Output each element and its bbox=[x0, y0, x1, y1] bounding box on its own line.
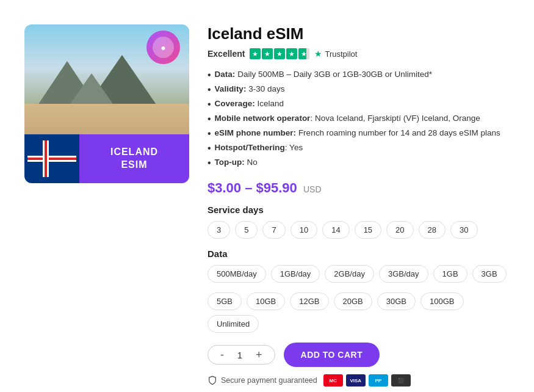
data-12gb[interactable]: 12GB bbox=[290, 292, 328, 310]
data-5gb[interactable]: 5GB bbox=[207, 292, 242, 310]
day-option-15[interactable]: 15 bbox=[355, 221, 381, 239]
data-3gb-day[interactable]: 3GB/day bbox=[379, 265, 428, 283]
day-option-3[interactable]: 3 bbox=[207, 221, 230, 239]
price-currency: USD bbox=[303, 184, 322, 194]
secure-payment: Secure payment guaranteed MC VISA PP ⬛ bbox=[207, 374, 510, 387]
feature-coverage: Coverage: Iceland bbox=[207, 97, 510, 112]
trustpilot-label: Trustpilot bbox=[325, 49, 357, 59]
flag-section bbox=[24, 134, 79, 183]
data-options: 500MB/day 1GB/day 2GB/day 3GB/day 1GB 3G… bbox=[207, 265, 510, 283]
shield-icon bbox=[207, 376, 217, 385]
price-value: $3.00 – $95.90 bbox=[207, 180, 297, 195]
data-options-row2: 5GB 10GB 12GB 20GB 30GB 100GB Unlimited bbox=[207, 292, 510, 333]
trustpilot-logo: ★ Trustpilot bbox=[314, 49, 357, 59]
secure-label: Secure payment guaranteed bbox=[221, 376, 317, 385]
quantity-value: 1 bbox=[234, 350, 246, 360]
day-option-28[interactable]: 28 bbox=[419, 221, 446, 239]
data-20gb[interactable]: 20GB bbox=[334, 292, 372, 310]
feature-phone: eSIM phone number: French roaming number… bbox=[207, 126, 510, 141]
product-info: Iceland eSIM Excellent ★ ★ ★ ★ ★ ★ Trust… bbox=[207, 24, 510, 387]
data-3gb[interactable]: 3GB bbox=[472, 265, 507, 283]
feature-validity: Validity: 3-30 days bbox=[207, 82, 510, 97]
data-500mb-day[interactable]: 500MB/day bbox=[207, 265, 266, 283]
star-3: ★ bbox=[274, 48, 285, 59]
day-option-30[interactable]: 30 bbox=[450, 221, 477, 239]
rating-text: Excellent bbox=[207, 49, 245, 59]
product-title: Iceland eSIM bbox=[207, 24, 510, 43]
star-rating: ★ ★ ★ ★ ★ bbox=[250, 48, 309, 59]
data-unlimited[interactable]: Unlimited bbox=[207, 315, 259, 333]
quantity-control: - 1 + bbox=[207, 345, 275, 365]
iceland-flag bbox=[27, 140, 76, 177]
data-1gb-day[interactable]: 1GB/day bbox=[271, 265, 320, 283]
esim-image-label: ICELAND ESIM bbox=[79, 134, 189, 183]
city-silhouette bbox=[24, 104, 189, 134]
trustpilot-star: ★ bbox=[314, 49, 322, 59]
visa-icon: VISA bbox=[346, 374, 366, 387]
flag-cross-vertical bbox=[43, 140, 49, 177]
product-container: ● ICELAND ESIM Iceland eSIM Excellent ★ … bbox=[12, 12, 522, 392]
product-landscape: ● bbox=[24, 24, 189, 134]
data-100gb[interactable]: 100GB bbox=[420, 292, 463, 310]
day-option-5[interactable]: 5 bbox=[235, 221, 258, 239]
star-1: ★ bbox=[250, 48, 261, 59]
data-30gb[interactable]: 30GB bbox=[377, 292, 416, 310]
flag-cross-horizontal bbox=[27, 156, 76, 162]
day-option-14[interactable]: 14 bbox=[322, 221, 349, 239]
price-range: $3.00 – $95.90 USD bbox=[207, 180, 510, 196]
image-bottom: ICELAND ESIM bbox=[24, 134, 189, 183]
day-option-20[interactable]: 20 bbox=[386, 221, 413, 239]
feature-network: Mobile network operator: Nova Iceland, F… bbox=[207, 112, 510, 126]
paypal-icon: PP bbox=[369, 374, 388, 387]
payment-icons: MC VISA PP ⬛ bbox=[323, 374, 411, 387]
service-days-options: 3 5 7 10 14 15 20 28 30 bbox=[207, 221, 510, 239]
day-option-10[interactable]: 10 bbox=[290, 221, 317, 239]
brand-logo: ● bbox=[146, 31, 180, 64]
feature-hotspot: Hotspot/Tethering: Yes bbox=[207, 141, 510, 156]
day-option-7[interactable]: 7 bbox=[262, 221, 285, 239]
feature-topup: Top-up: No bbox=[207, 156, 510, 170]
logo-inner: ● bbox=[153, 37, 174, 58]
star-5: ★ bbox=[298, 48, 309, 59]
increment-button[interactable]: + bbox=[253, 349, 265, 360]
apple-pay-icon: ⬛ bbox=[391, 374, 411, 387]
data-section-label: Data bbox=[207, 249, 510, 259]
rating-row: Excellent ★ ★ ★ ★ ★ ★ Trustpilot bbox=[207, 48, 510, 59]
star-4: ★ bbox=[286, 48, 297, 59]
service-days-label: Service days bbox=[207, 205, 510, 215]
features-list: Data: Daily 500MB – Daily 3GB or 1GB-30G… bbox=[207, 68, 510, 170]
data-2gb-day[interactable]: 2GB/day bbox=[325, 265, 374, 283]
feature-data: Data: Daily 500MB – Daily 3GB or 1GB-30G… bbox=[207, 68, 510, 82]
product-image: ● ICELAND ESIM bbox=[24, 24, 189, 183]
star-2: ★ bbox=[262, 48, 273, 59]
data-1gb[interactable]: 1GB bbox=[433, 265, 467, 283]
data-10gb[interactable]: 10GB bbox=[247, 292, 285, 310]
decrement-button[interactable]: - bbox=[218, 349, 226, 360]
add-to-cart-button[interactable]: ADD TO CART bbox=[284, 343, 380, 367]
mastercard-icon: MC bbox=[323, 374, 343, 387]
add-to-cart-row: - 1 + ADD TO CART bbox=[207, 343, 510, 367]
